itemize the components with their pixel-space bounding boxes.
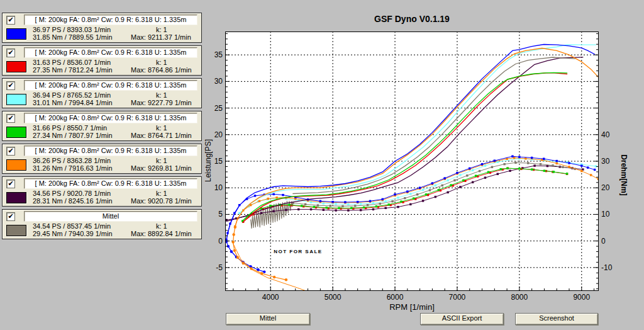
run-power-value: 36.97 PS / 8393.03 1/min	[33, 26, 111, 33]
mittel-button[interactable]: Mittel	[226, 313, 310, 325]
left-tick-label: 5	[203, 210, 223, 219]
right-tick-label: -10	[601, 263, 623, 272]
left-tick-label: 0	[203, 237, 223, 246]
run-checkbox[interactable]: ✔	[6, 16, 15, 25]
run-color-swatch	[6, 225, 26, 236]
right-tick-label: 10	[601, 210, 623, 219]
chart-title: GSF Dyno V0.1.19	[286, 14, 538, 24]
run-torque-value: 31.01 Nm / 7994.84 1/min	[33, 99, 113, 106]
bottom-tick-label: 6000	[381, 293, 409, 302]
run-k-value: k: 1	[156, 124, 167, 132]
run-color-swatch	[6, 61, 26, 72]
run-torque-value: 27.34 Nm / 7807.97 1/min	[33, 132, 113, 139]
left-tick-label: 10	[203, 183, 223, 192]
run-torque-value: 29.45 Nm / 7940.39 1/min	[33, 230, 113, 237]
run-config-field[interactable]: Mittel	[24, 211, 197, 222]
run-k-value: k: 1	[156, 190, 167, 197]
left-tick-label: 20	[203, 130, 223, 139]
run-k-value: k: 1	[156, 26, 167, 33]
run-panel: ✔[ M: 200kg FA: 0.8m² Cw: 0.9 R: 6.318 U…	[2, 111, 202, 141]
bottom-tick-label: 7000	[443, 293, 471, 302]
run-power-value: 34.54 PS / 8537.45 1/min	[33, 222, 111, 230]
run-color-swatch	[6, 192, 26, 203]
right-tick-label: 30	[601, 157, 623, 166]
run-max-rpm: Max: 9269.81 1/min	[131, 164, 192, 172]
run-config-field[interactable]: [ M: 200kg FA: 0.8m² Cw: 0.9 R: 6.318 U:…	[24, 47, 197, 58]
run-config-field[interactable]: [ M: 200kg FA: 0.8m² Cw: 0.9 R: 6.318 U:…	[24, 178, 197, 189]
run-config-field[interactable]: [ M: 200kg FA: 0.8m² Cw: 0.9 R: 6.318 U:…	[24, 14, 197, 25]
left-tick-label: 15	[203, 157, 223, 166]
bottom-tick-label: 5000	[319, 293, 347, 302]
run-max-rpm: Max: 8892.84 1/min	[131, 230, 192, 237]
run-panel: ✔[ M: 200kg FA: 0.8m² Cw: 0.9 R: 6.318 U…	[2, 45, 202, 76]
run-checkbox[interactable]: ✔	[6, 114, 15, 123]
run-k-value: k: 1	[156, 157, 167, 164]
run-panel: ✔[ M: 200kg FA: 0.8m² Cw: 0.9 R: 6.318 U…	[2, 176, 202, 207]
run-color-swatch	[6, 159, 26, 171]
run-power-value: 36.26 PS / 8363.28 1/min	[33, 157, 111, 164]
bottom-tick-label: 8000	[506, 293, 533, 302]
run-torque-value: 27.35 Nm / 7812.24 1/min	[33, 66, 113, 74]
run-panel: ✔[ M: 200kg FA: 0.8m² Cw: 0.9 R: 6.318 U…	[2, 13, 202, 43]
run-checkbox[interactable]: ✔	[6, 179, 15, 188]
x-axis-label: RPM [1/min]	[318, 302, 506, 312]
left-tick-label: 25	[203, 104, 223, 113]
gsf-dyno-window: ✔[ M: 200kg FA: 0.8m² Cw: 0.9 R: 6.318 U…	[0, 0, 644, 330]
run-torque-value: 31.26 Nm / 7916.63 1/min	[33, 164, 113, 172]
dyno-chart-svg: NOT FOR SALE	[225, 31, 599, 291]
run-power-value: 34.56 PS / 9020.78 1/min	[33, 190, 111, 197]
left-tick-label: 35	[203, 50, 223, 59]
run-power-value: 31.63 PS / 8536.07 1/min	[33, 59, 111, 66]
run-checkbox[interactable]: ✔	[6, 48, 15, 57]
right-axis-label: Drehm[Nm]	[619, 137, 628, 213]
watermark-text: NOT FOR SALE	[274, 249, 323, 254]
run-checkbox[interactable]: ✔	[6, 147, 15, 156]
right-tick-label: 20	[601, 183, 623, 192]
run-color-swatch	[6, 94, 26, 105]
left-tick-label: 30	[203, 77, 223, 86]
right-tick-label: 0	[601, 237, 623, 246]
run-k-value: k: 1	[156, 91, 167, 99]
run-power-value: 31.66 PS / 8550.7 1/min	[33, 124, 107, 132]
run-max-rpm: Max: 9227.79 1/min	[131, 99, 192, 106]
run-color-swatch	[6, 127, 26, 138]
left-tick-label: -5	[203, 263, 223, 272]
run-k-value: k: 1	[156, 59, 167, 66]
run-max-rpm: Max: 8764.86 1/min	[131, 66, 192, 74]
run-max-rpm: Max: 8764.71 1/min	[131, 132, 192, 139]
run-panel: ✔[ M: 200kg FA: 0.8m² Cw: 0.9 R: 6.318 U…	[2, 144, 202, 174]
run-max-rpm: Max: 9020.78 1/min	[131, 197, 192, 205]
run-config-field[interactable]: [ M: 200kg FA: 0.8m² Cw: 0.9 R: 6.318 U:…	[24, 145, 197, 156]
run-panel: ✔[ M: 200kg FA: 0.8m² Cw: 0.9 R: 6.318 U…	[2, 78, 202, 108]
run-power-value: 36.94 PS / 8765.52 1/min	[33, 91, 111, 99]
run-k-value: k: 1	[156, 222, 167, 230]
run-torque-value: 31.85 Nm / 7889.55 1/min	[33, 33, 113, 41]
run-max-rpm: Max: 9211.37 1/min	[131, 33, 191, 41]
dyno-plot-area: NOT FOR SALE	[225, 31, 599, 291]
run-panel: ✔Mittel34.54 PS / 8537.45 1/mink: 129.45…	[2, 209, 202, 239]
run-checkbox[interactable]: ✔	[6, 212, 15, 221]
run-config-field[interactable]: [ M: 200kg FA: 0.8m² Cw: 0.9 R: 6.318 U:…	[24, 80, 197, 91]
run-color-swatch	[6, 28, 26, 40]
run-checkbox[interactable]: ✔	[6, 81, 15, 90]
ascii-export-button[interactable]: ASCII Export	[420, 313, 504, 325]
screenshot-button[interactable]: Screenshot	[515, 313, 598, 325]
bottom-tick-label: 4000	[257, 293, 284, 302]
bottom-tick-label: 9000	[568, 293, 596, 302]
run-config-field[interactable]: [ M: 200kg FA: 0.8m² Cw: 0.9 R: 6.318 U:…	[24, 113, 197, 123]
right-tick-label: 40	[601, 130, 623, 139]
run-torque-value: 28.31 Nm / 8245.16 1/min	[33, 197, 113, 205]
